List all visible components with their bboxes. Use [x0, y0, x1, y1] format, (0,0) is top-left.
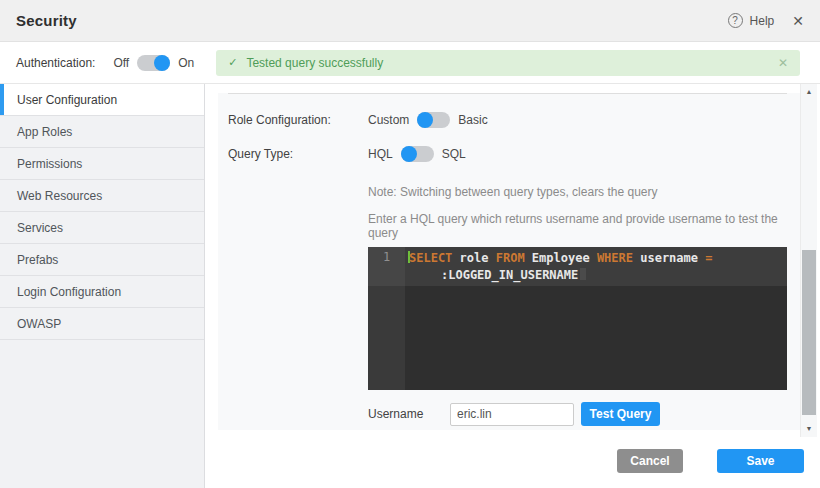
username-label: Username: [368, 407, 450, 421]
sidebar-item-app-roles[interactable]: App Roles: [0, 116, 204, 148]
save-button[interactable]: Save: [717, 449, 804, 473]
query-type-toggle[interactable]: [401, 146, 434, 162]
authentication-label: Authentication:: [16, 56, 95, 70]
close-icon[interactable]: ✕: [792, 13, 804, 29]
query-type-row: Query Type: HQL SQL: [228, 141, 800, 167]
hql-query-editor[interactable]: 1 SELECT role FROM Employee WHERE userna…: [368, 247, 787, 390]
scrollbar-thumb[interactable]: [802, 250, 816, 415]
editor-line-1: SELECT role FROM Employee WHERE username…: [408, 250, 783, 267]
editor-gutter: [368, 286, 405, 390]
authentication-toggle[interactable]: [137, 55, 170, 71]
help-label: Help: [750, 14, 775, 28]
editor-code: SELECT role FROM Employee WHERE username…: [405, 247, 787, 286]
help-icon: ?: [728, 13, 743, 28]
query-sql-label: SQL: [442, 147, 466, 161]
role-configuration-label: Role Configuration:: [228, 113, 368, 127]
query-type-switch-group: HQL SQL: [368, 146, 466, 162]
query-hql-label: HQL: [368, 147, 393, 161]
authentication-on-label: On: [178, 56, 194, 70]
section-divider: [228, 93, 787, 94]
editor-blank: [405, 286, 787, 390]
role-basic-label: Basic: [458, 113, 487, 127]
toggle-knob: [417, 112, 433, 128]
sidebar-item-label: App Roles: [17, 125, 72, 139]
titlebar: Security ? Help ✕: [0, 0, 820, 42]
editor-active-line: 1 SELECT role FROM Employee WHERE userna…: [368, 247, 787, 286]
sql-keyword-token: WHERE: [597, 251, 633, 265]
scrollbar-down-arrow-icon[interactable]: ▼: [801, 425, 817, 433]
authentication-off-label: Off: [113, 56, 129, 70]
cancel-button[interactable]: Cancel: [617, 449, 683, 473]
test-query-button[interactable]: Test Query: [581, 402, 660, 426]
footer: Cancel Save: [205, 437, 820, 488]
user-configuration-form: Role Configuration: Custom Basic Query T…: [218, 107, 800, 430]
sql-identifier-token: :LOGGED_IN_USERNAME: [441, 268, 578, 282]
editor-line-number: 1: [368, 247, 405, 286]
sql-identifier-token: Employee: [525, 251, 597, 265]
sql-keyword-token: SELECT: [409, 251, 452, 265]
query-instruction: Enter a HQL query which returns username…: [368, 212, 800, 240]
editor-ghost-cursor: [580, 268, 586, 280]
settings-panel: Role Configuration: Custom Basic Query T…: [218, 84, 800, 430]
help-button[interactable]: ? Help: [728, 13, 775, 28]
sidebar-item-label: User Configuration: [17, 93, 117, 107]
vertical-scrollbar[interactable]: ▲ ▼: [800, 84, 817, 437]
sidebar-item-label: OWASP: [17, 317, 61, 331]
username-input[interactable]: [450, 403, 574, 426]
role-configuration-row: Role Configuration: Custom Basic: [228, 107, 800, 133]
role-custom-label: Custom: [368, 113, 409, 127]
sql-keyword-token: FROM: [496, 251, 525, 265]
authentication-row: Authentication: Off On ✓ Tested query su…: [0, 42, 820, 84]
query-type-label: Query Type:: [228, 147, 368, 161]
sidebar-item-web-resources[interactable]: Web Resources: [0, 180, 204, 212]
scrollbar-up-arrow-icon[interactable]: ▲: [801, 88, 817, 96]
sidebar-item-login-configuration[interactable]: Login Configuration: [0, 276, 204, 308]
banner-message: Tested query successfully: [246, 56, 383, 70]
sidebar-item-label: Web Resources: [17, 189, 102, 203]
toggle-knob: [154, 55, 170, 71]
banner-close-icon[interactable]: ✕: [778, 56, 788, 70]
sidebar-item-permissions[interactable]: Permissions: [0, 148, 204, 180]
sql-identifier-token: username: [633, 251, 705, 265]
sidebar-item-label: Login Configuration: [17, 285, 121, 299]
success-banner: ✓ Tested query successfully ✕: [216, 50, 800, 76]
sidebar-item-label: Prefabs: [17, 253, 58, 267]
role-configuration-switch-group: Custom Basic: [368, 112, 488, 128]
check-icon: ✓: [228, 56, 237, 69]
sql-identifier-token: role: [452, 251, 495, 265]
main-content: Role Configuration: Custom Basic Query T…: [205, 84, 820, 488]
sidebar-item-user-configuration[interactable]: User Configuration: [0, 84, 204, 116]
sidebar-item-services[interactable]: Services: [0, 212, 204, 244]
sidebar-item-label: Permissions: [17, 157, 82, 171]
role-configuration-toggle[interactable]: [417, 112, 450, 128]
sidebar-item-label: Services: [17, 221, 63, 235]
query-note: Note: Switching between query types, cle…: [368, 185, 800, 199]
sidebar-item-prefabs[interactable]: Prefabs: [0, 244, 204, 276]
toggle-knob: [401, 146, 417, 162]
sql-keyword-token: =: [705, 251, 712, 265]
editor-empty-area: [368, 286, 787, 390]
page-title: Security: [16, 12, 77, 29]
sidebar: User ConfigurationApp RolesPermissionsWe…: [0, 84, 205, 488]
scrolled-section-remnant: [218, 84, 800, 93]
username-row: Username Test Query: [368, 402, 800, 426]
sidebar-item-owasp[interactable]: OWASP: [0, 308, 204, 340]
titlebar-actions: ? Help ✕: [728, 13, 804, 29]
editor-line-2: :LOGGED_IN_USERNAME: [408, 267, 783, 284]
